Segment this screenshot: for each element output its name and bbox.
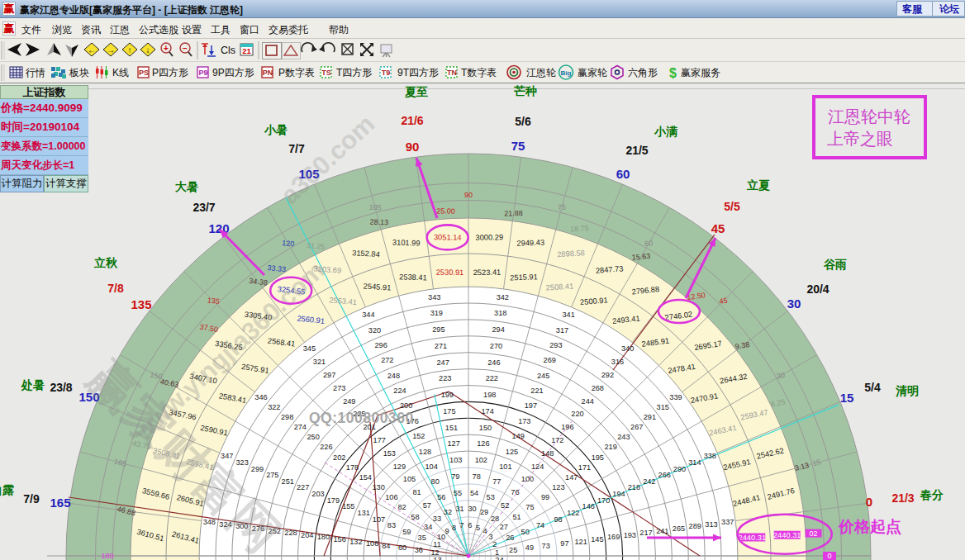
svg-text:103: 103 — [449, 456, 462, 464]
svg-text:248: 248 — [387, 372, 400, 380]
svg-text:297: 297 — [323, 371, 335, 379]
svg-text:59: 59 — [402, 528, 411, 536]
svg-text:314: 314 — [688, 458, 701, 467]
svg-text:Big: Big — [561, 69, 572, 77]
svg-text:203: 203 — [311, 490, 324, 498]
svg-text:90: 90 — [464, 191, 473, 199]
svg-text:60: 60 — [644, 239, 654, 248]
svg-text:2508.41: 2508.41 — [545, 282, 573, 292]
svg-text:QQ:100800360: QQ:100800360 — [309, 410, 414, 426]
svg-text:74: 74 — [536, 521, 544, 529]
svg-text:谷雨: 谷雨 — [823, 258, 847, 271]
svg-text:春分: 春分 — [920, 488, 944, 501]
svg-text:178: 178 — [346, 463, 359, 472]
svg-text:5/4: 5/4 — [864, 381, 881, 394]
svg-text:7/7: 7/7 — [288, 142, 305, 155]
svg-text:25: 25 — [509, 546, 517, 554]
svg-text:7/9: 7/9 — [23, 492, 40, 505]
svg-text:18.75: 18.75 — [570, 224, 589, 233]
svg-text:02: 02 — [810, 529, 818, 538]
svg-text:129: 129 — [393, 463, 406, 471]
svg-text:75: 75 — [511, 139, 525, 153]
svg-text:339: 339 — [669, 393, 682, 401]
svg-text:21/6: 21/6 — [401, 114, 423, 127]
svg-text:35: 35 — [418, 534, 426, 542]
svg-text:223: 223 — [439, 374, 451, 382]
svg-text:90: 90 — [406, 140, 420, 154]
svg-text:120: 120 — [282, 239, 295, 248]
svg-text:125: 125 — [506, 448, 518, 456]
svg-text:51: 51 — [512, 513, 521, 521]
svg-text:3051.14: 3051.14 — [434, 233, 462, 241]
svg-text:33: 33 — [433, 515, 441, 523]
svg-text:84: 84 — [382, 542, 390, 550]
svg-text:319: 319 — [430, 309, 443, 317]
svg-text:345: 345 — [303, 344, 316, 353]
svg-text:49: 49 — [525, 543, 534, 552]
svg-text:104: 104 — [425, 463, 437, 471]
svg-text:81: 81 — [412, 488, 421, 496]
svg-text:白露: 白露 — [0, 483, 15, 496]
svg-text:321: 321 — [313, 358, 326, 366]
svg-text:54: 54 — [470, 489, 478, 497]
svg-text:149: 149 — [512, 432, 525, 440]
svg-text:155: 155 — [342, 502, 354, 510]
svg-text:↓: ↓ — [146, 45, 150, 55]
svg-text:+: + — [164, 44, 169, 53]
svg-text:199: 199 — [441, 391, 454, 399]
svg-text:289: 289 — [689, 522, 701, 530]
svg-text:290: 290 — [673, 465, 686, 473]
svg-text:7/8: 7/8 — [107, 282, 124, 295]
svg-text:246: 246 — [487, 358, 500, 367]
svg-text:128: 128 — [419, 448, 431, 456]
svg-text:227: 227 — [297, 483, 309, 491]
svg-text:156: 156 — [333, 535, 345, 543]
svg-text:180: 180 — [101, 552, 113, 560]
svg-text:105: 105 — [403, 475, 416, 483]
svg-text:2545.91: 2545.91 — [364, 282, 392, 292]
svg-text:30: 30 — [468, 505, 476, 513]
svg-text:124: 124 — [531, 463, 544, 471]
svg-text:293: 293 — [549, 341, 562, 349]
svg-text:立秋: 立秋 — [93, 256, 118, 269]
svg-text:170: 170 — [597, 496, 610, 505]
svg-text:60: 60 — [398, 543, 406, 552]
svg-text:338: 338 — [704, 452, 716, 460]
svg-text:45: 45 — [711, 221, 725, 235]
svg-text:218: 218 — [628, 483, 640, 491]
svg-text:320: 320 — [368, 326, 381, 335]
svg-text:267: 267 — [630, 423, 643, 431]
svg-text:196: 196 — [561, 423, 573, 431]
svg-text:75: 75 — [558, 203, 566, 211]
svg-text:8: 8 — [452, 524, 456, 532]
svg-text:K线: K线 — [112, 67, 129, 78]
svg-text:57: 57 — [423, 501, 431, 510]
svg-text:147: 147 — [565, 473, 578, 482]
svg-text:60: 60 — [616, 167, 630, 181]
svg-text:53: 53 — [487, 493, 495, 501]
svg-text:151: 151 — [445, 424, 458, 432]
svg-text:341: 341 — [562, 311, 574, 319]
svg-text:21/3: 21/3 — [891, 491, 914, 505]
svg-text:219: 219 — [604, 443, 616, 451]
svg-text:243: 243 — [617, 433, 630, 441]
svg-text:2440.31: 2440.31 — [738, 534, 766, 542]
svg-text:江恩轮中轮: 江恩轮中轮 — [828, 107, 910, 126]
svg-text:102: 102 — [475, 456, 487, 464]
svg-text:180: 180 — [317, 533, 330, 541]
svg-text:上帝之眼: 上帝之眼 — [827, 130, 893, 148]
svg-text:247: 247 — [436, 358, 449, 367]
svg-text:108: 108 — [366, 539, 378, 548]
svg-text:PN: PN — [263, 69, 273, 77]
svg-text:行情: 行情 — [26, 67, 45, 78]
svg-text:T数字表: T数字表 — [461, 67, 497, 78]
svg-text:30: 30 — [787, 297, 801, 311]
svg-text:56: 56 — [437, 493, 445, 501]
svg-text:268: 268 — [592, 384, 604, 392]
svg-text:P四方形: P四方形 — [152, 67, 188, 78]
svg-text:337: 337 — [721, 518, 734, 526]
svg-text:150: 150 — [479, 424, 492, 432]
svg-text:大暑: 大暑 — [175, 180, 198, 193]
svg-text:101: 101 — [499, 463, 511, 471]
svg-text:296: 296 — [374, 341, 387, 349]
